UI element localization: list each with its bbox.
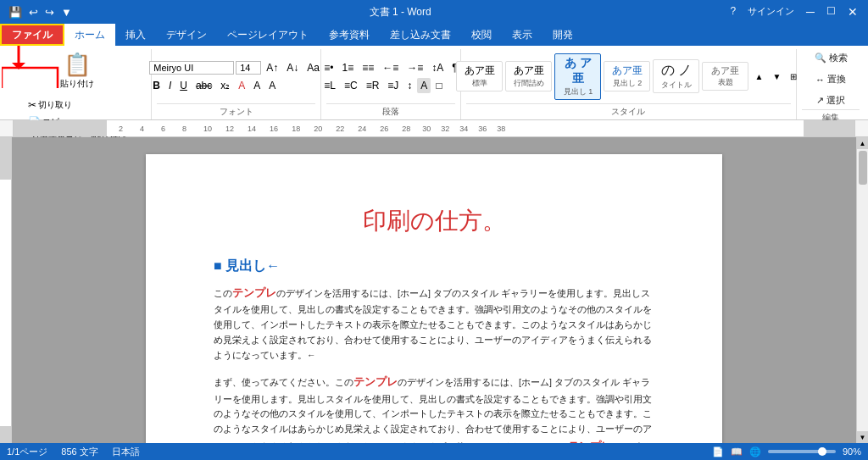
window-title: 文書 1 - Word — [74, 5, 727, 19]
styles-gallery-scroll-down[interactable]: ▼ — [769, 70, 784, 83]
status-right: 📄 📖 🌐 90% — [712, 446, 861, 457]
tab-insert[interactable]: 挿入 — [115, 24, 156, 46]
scroll-down-button[interactable]: ▼ — [857, 431, 869, 443]
document-area[interactable]: 印刷の仕方。 ■ 見出し← このテンプレのデザインを活用するには、[ホーム] タ… — [12, 137, 856, 443]
customize-qa-icon[interactable]: ▼ — [59, 6, 74, 19]
shading-button[interactable]: A — [417, 78, 431, 93]
replace-button[interactable]: ↔ 置換 — [811, 70, 850, 88]
tab-review[interactable]: 校閲 — [461, 24, 502, 46]
sign-in-button[interactable]: サインイン — [744, 5, 798, 19]
document-heading: ■ 見出し← — [214, 258, 654, 275]
search-icon: 🔍 — [815, 53, 826, 64]
document-page: 印刷の仕方。 ■ 見出し← このテンプレのデザインを活用するには、[ホーム] タ… — [146, 154, 722, 443]
font-group-label: フォント — [157, 103, 315, 119]
text-effect-button[interactable]: A — [265, 78, 279, 93]
document-para-1: このテンプレのデザインを活用するには、[ホーム] タブのスタイル ギャラリーを使… — [214, 284, 654, 363]
justify-button[interactable]: ≡J — [384, 78, 402, 93]
tab-design[interactable]: デザイン — [156, 24, 217, 46]
decrease-indent-button[interactable]: ←≡ — [379, 60, 402, 75]
paste-button[interactable]: 📋 貼り付け — [56, 49, 98, 92]
ribbon-group-editing: 🔍 検索 ↔ 置換 ↗ 選択 編集 — [797, 49, 865, 119]
view-normal-icon[interactable]: 📄 — [712, 446, 724, 457]
align-right-button[interactable]: ≡R — [363, 78, 383, 93]
ribbon-group-font: A↑ A↓ Aa B I U abc x₂ A A A フォント — [152, 49, 321, 119]
align-center-button[interactable]: ≡C — [341, 78, 361, 93]
language: 日本語 — [112, 446, 140, 458]
document-title: 印刷の仕方。 — [214, 205, 654, 237]
vertical-scrollbar[interactable]: ▲ ▼ — [856, 137, 868, 443]
status-bar: 1/1ページ 856 文字 日本語 📄 📖 🌐 90% — [0, 443, 868, 460]
save-icon[interactable]: 💾 — [7, 6, 24, 19]
tab-dev[interactable]: 開発 — [542, 24, 583, 46]
ruler: 2 4 6 8 10 12 14 16 18 20 22 24 26 28 30… — [0, 120, 868, 137]
select-icon: ↗ — [816, 95, 824, 106]
restore-button[interactable]: ☐ — [823, 5, 839, 19]
zoom-slider[interactable] — [768, 450, 836, 453]
title-bar: 💾 ↩ ↪ ▼ 文書 1 - Word ? サインイン ─ ☐ ✕ — [0, 0, 868, 24]
style-heading1[interactable]: あ ア 亜 見出し 1 — [554, 53, 601, 100]
highlight-1: テンプレ — [232, 286, 276, 299]
word-count: 856 文字 — [61, 446, 97, 458]
view-web-icon[interactable]: 🌐 — [749, 446, 761, 457]
heading-bullet: ■ — [214, 258, 222, 273]
numbering-button[interactable]: 1≡ — [339, 60, 358, 75]
bold-button[interactable]: B — [149, 78, 164, 93]
redo-icon[interactable]: ↪ — [43, 6, 56, 19]
tab-file[interactable]: ファイル — [0, 24, 64, 46]
minimize-button[interactable]: ─ — [803, 5, 818, 19]
grow-font-button[interactable]: A↑ — [263, 60, 281, 75]
replace-icon: ↔ — [815, 75, 825, 85]
styles-group-label: スタイル — [466, 103, 791, 119]
style-heading2[interactable]: あア亜 見出し 2 — [604, 61, 650, 91]
close-button[interactable]: ✕ — [844, 5, 861, 19]
bullets-button[interactable]: ≡• — [320, 60, 337, 75]
font-name-input[interactable] — [149, 61, 234, 75]
highlight-button[interactable]: A — [250, 78, 264, 93]
tab-layout[interactable]: ページレイアウト — [217, 24, 319, 46]
zoom-thumb[interactable] — [818, 447, 826, 456]
multilevel-button[interactable]: ≡≡ — [359, 60, 377, 75]
vertical-ruler — [0, 137, 12, 443]
search-button[interactable]: 🔍 検索 — [810, 49, 852, 67]
increase-indent-button[interactable]: →≡ — [403, 60, 426, 75]
ribbon-content: 📋 貼り付け ✂ 切り取り 📄 コピー 🖌 書式のコピー/貼り付け クリップボー… — [0, 46, 868, 120]
tab-view[interactable]: 表示 — [502, 24, 542, 46]
cut-button[interactable]: ✂ 切り取り — [25, 97, 131, 113]
scroll-thumb[interactable] — [859, 151, 867, 185]
view-read-icon[interactable]: 📖 — [731, 446, 743, 457]
tab-mailings[interactable]: 差し込み文書 — [380, 24, 461, 46]
main-area: 印刷の仕方。 ■ 見出し← このテンプレのデザインを活用するには、[ホーム] タ… — [0, 137, 868, 443]
tab-refs[interactable]: 参考資料 — [319, 24, 380, 46]
highlight-2: テンプレ — [353, 375, 398, 388]
undo-icon[interactable]: ↩ — [27, 6, 40, 19]
font-format-row: B I U abc x₂ A A A — [149, 78, 279, 93]
select-button[interactable]: ↗ 選択 — [812, 91, 849, 109]
style-subtitle[interactable]: あア亜 表題 — [702, 62, 748, 91]
styles-gallery-scroll-up[interactable]: ▲ — [751, 70, 766, 83]
window-controls: ? サインイン ─ ☐ ✕ — [726, 5, 861, 19]
style-normal[interactable]: あア亜 標準 — [456, 61, 503, 91]
sort-button[interactable]: ↕A — [428, 60, 447, 75]
border-button[interactable]: □ — [432, 78, 445, 93]
shrink-font-button[interactable]: A↓ — [283, 60, 302, 75]
tab-home[interactable]: ホーム — [64, 24, 115, 46]
underline-button[interactable]: U — [176, 78, 191, 93]
italic-button[interactable]: I — [165, 78, 175, 93]
font-color-button[interactable]: A — [235, 78, 248, 93]
font-size-input[interactable] — [236, 61, 261, 75]
scroll-up-button[interactable]: ▲ — [857, 137, 869, 149]
style-nospace[interactable]: あア亜 行間詰め — [505, 61, 552, 91]
highlight-3: テンプレ — [568, 440, 612, 443]
strikethrough-button[interactable]: abc — [192, 78, 215, 93]
quick-access-toolbar: 💾 ↩ ↪ ▼ — [7, 6, 74, 19]
subscript-button[interactable]: x₂ — [217, 78, 233, 93]
para-bottom-row: ≡L ≡C ≡R ≡J ↕ A □ — [320, 78, 445, 93]
align-left-button[interactable]: ≡L — [320, 78, 339, 93]
status-left: 1/1ページ 856 文字 日本語 — [7, 446, 140, 458]
paste-label: 貼り付け — [60, 78, 94, 90]
line-spacing-button[interactable]: ↕ — [403, 78, 415, 93]
help-button[interactable]: ? — [726, 5, 739, 19]
style-title[interactable]: の ノ タイトル — [653, 59, 699, 93]
paste-icon: 📋 — [64, 52, 91, 78]
page-count: 1/1ページ — [7, 446, 47, 458]
